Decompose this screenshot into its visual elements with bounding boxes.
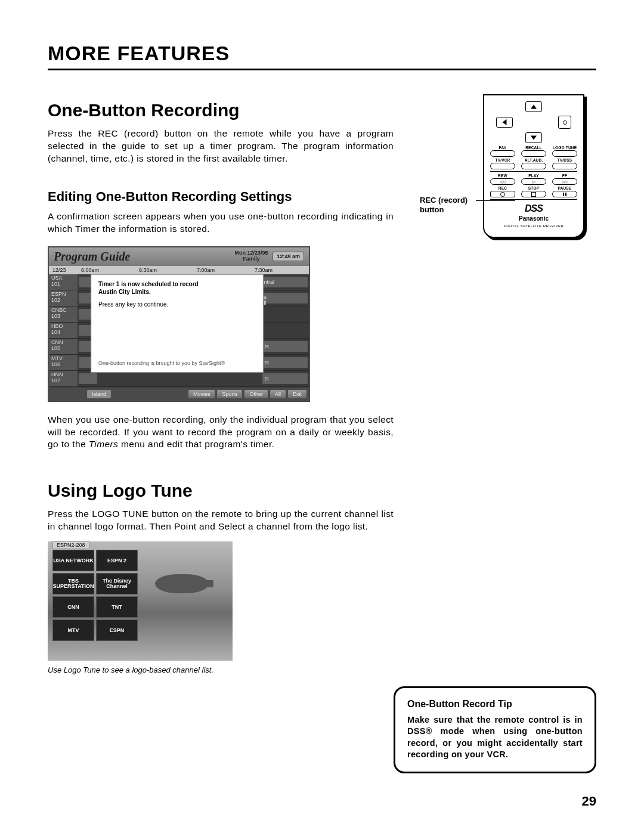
play-icon [521, 178, 546, 185]
popup-line1: Timer 1 is now scheduled to record [98, 281, 256, 287]
stop-icon [521, 191, 546, 197]
section1-para3: When you use one-button recording, only … [48, 414, 394, 451]
section2-title: Using Logo Tune [48, 481, 394, 501]
page-header: MORE FEATURES [48, 42, 596, 70]
section1-title: One-Button Recording [48, 100, 394, 120]
section2-para1: Press the LOGO TUNE button on the remote… [48, 508, 394, 533]
tip-title: One-Button Record Tip [407, 699, 583, 710]
logo-cell: ESPN [96, 620, 138, 641]
logo-cell: CNN [52, 596, 94, 618]
logo-cell: USA NETWORK [52, 550, 94, 571]
guide-btn-movies: Movies [188, 390, 215, 398]
popup-line2: Austin City Limits. [98, 289, 256, 295]
logo-cell: The Disney Channel [96, 573, 138, 594]
popup-line3: Press any key to continue. [98, 301, 256, 308]
guide-clock: 12:49 am [273, 252, 304, 261]
rec-button-callout: REC (record) button [420, 196, 479, 214]
dpad-select-icon [558, 116, 571, 129]
guide-col-date: 12/23 [49, 266, 78, 274]
program-guide-screenshot: Program Guide Mon 12/23/95 Family 12:49 … [48, 246, 310, 402]
guide-col-1: 6:30am [135, 266, 193, 274]
guide-date: Mon 12/23/95 [234, 250, 268, 256]
dpad-left-icon [496, 117, 513, 128]
guide-col-0: 6:00am [78, 266, 135, 274]
blimp-graphic [155, 574, 209, 593]
logo-cell: TNT [96, 596, 138, 618]
logo-header: ESPN2-208 [52, 541, 89, 548]
right-column: REC (record) button FAV RECALL LOGO TUNE… [405, 100, 584, 674]
popup-line4: One-button recording is brought to you b… [98, 360, 225, 366]
page-number: 29 [582, 794, 596, 809]
guide-col-2: 7:00am [193, 266, 251, 274]
logo-caption: Use Logo Tune to see a logo-based channe… [48, 665, 394, 674]
dss-logo: DSS [490, 203, 577, 214]
section1-para2: A confirmation screen appears when you u… [48, 210, 394, 236]
guide-title: Program Guide [54, 250, 234, 264]
section1-para1: Press the REC (record) button on the rem… [48, 128, 394, 165]
section1-subtitle: Editing One-Button Recording Settings [48, 189, 394, 205]
dpad-down-icon [525, 132, 542, 143]
left-column: One-Button Recording Press the REC (reco… [48, 100, 394, 674]
record-icon [490, 191, 515, 197]
remote-control-diagram: FAV RECALL LOGO TUNE TV/VCR ALT.AUD. TV/… [483, 94, 584, 238]
dpad-up-icon [525, 101, 542, 112]
logo-cell: ESPN 2 [96, 550, 138, 571]
guide-col-3: 7:30am [251, 266, 309, 274]
tip-box: One-Button Record Tip Make sure that the… [394, 686, 596, 773]
guide-btn-all: All [270, 390, 286, 398]
logo-cell: MTV [52, 620, 94, 641]
guide-btn-sports: Sports [217, 390, 242, 398]
logo-cell: TBS SUPERSTATION [52, 573, 94, 594]
guide-btn-other: Other [244, 390, 268, 398]
guide-category: Family [243, 256, 260, 262]
guide-btn-island: Island [87, 390, 111, 398]
logo-tune-screenshot: ESPN2-208 USA NETWORK ESPN 2 TBS SUPERST… [48, 541, 233, 661]
panasonic-logo: Panasonic [490, 215, 577, 222]
pause-icon [552, 191, 577, 197]
guide-btn-exit: Exit [288, 390, 306, 398]
content-row: One-Button Recording Press the REC (reco… [48, 100, 596, 674]
callout-line [476, 200, 515, 201]
fast-forward-icon [552, 178, 577, 185]
rewind-icon [490, 178, 515, 185]
tip-body: Make sure that the remote control is in … [407, 714, 583, 761]
remote-subtitle: DIGITAL SATELLITE RECEIVER [490, 224, 577, 228]
guide-popup: Timer 1 is now scheduled to record Austi… [91, 274, 264, 373]
